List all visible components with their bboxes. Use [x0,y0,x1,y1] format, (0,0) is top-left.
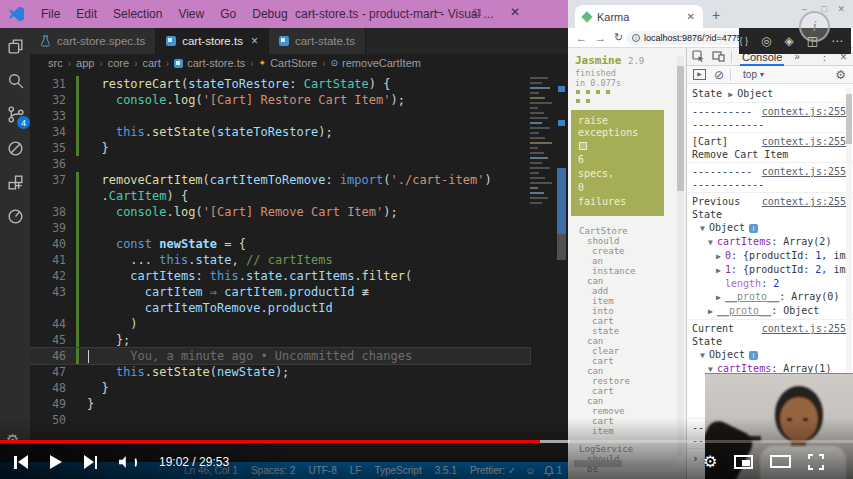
back-icon[interactable]: ← [576,32,587,44]
menu-item-edit[interactable]: Edit [68,7,105,21]
debug-icon[interactable] [4,138,26,159]
player-controls: 19:02 / 29:53 [14,450,229,474]
url-text[interactable]: localhost:9876/?id=47759585 [644,33,754,43]
search-icon[interactable] [4,70,26,91]
forward-icon[interactable]: → [595,32,606,44]
video-info-card-icon[interactable]: i [799,11,830,42]
menu-item-selection[interactable]: Selection [105,7,170,21]
notifications-bell-icon[interactable]: 1 [544,465,562,476]
tree-toggle-arrow[interactable]: ▼ [708,236,717,249]
inspect-icon[interactable] [692,50,705,63]
tree-toggle-arrow[interactable]: ▶ [716,264,725,277]
spec-dot [576,99,580,103]
status-item[interactable]: Spaces: 2 [251,465,295,476]
breadcrumb-item[interactable]: core [108,57,129,69]
source-control-badge: 4 [17,116,30,129]
code-line: 36 [30,156,530,172]
browser-close-button[interactable]: ✕ [837,4,845,14]
source-control-icon[interactable]: 4 [4,104,26,125]
spec-list-line: can [579,396,635,406]
menu-item-file[interactable]: File [33,7,68,21]
console-source-link[interactable]: context.js:255 [762,195,846,208]
breadcrumb-item[interactable]: CartStore [270,57,317,69]
status-item[interactable]: Prettier: ✓ [470,465,516,476]
previous-video-icon[interactable] [14,455,28,469]
minimap[interactable] [528,74,554,430]
breadcrumb-separator: › [99,58,102,69]
menu-item-view[interactable]: View [170,7,212,21]
console-source-link[interactable]: context.js:255 [762,105,846,118]
brackets-icon[interactable]: { } [739,36,748,46]
tree-toggle-arrow[interactable]: ▼ [700,222,709,235]
code-line: 39 [30,220,530,236]
karma-page: Jasmine 2.9 finished in 0.077s raiseexce… [568,48,686,479]
explorer-icon[interactable] [4,36,26,57]
reload-icon[interactable]: ↻ [614,31,623,44]
play-icon[interactable] [50,455,62,469]
context-selector[interactable]: top [743,69,757,80]
breadcrumb-item[interactable]: removeCartItem [342,57,421,69]
screenshot-root: FileEditSelectionViewGoDebug ⋯ cart-stor… [0,0,853,479]
feedback-smiley-icon[interactable]: ☺ [525,465,535,476]
console-settings-icon[interactable]: ⚙ [835,68,846,82]
more-actions-icon[interactable]: ⋯ [831,34,843,48]
tree-toggle-arrow[interactable]: ▶ [716,291,725,304]
status-item[interactable]: LF [350,465,362,476]
spec-list-line: cart [579,356,635,366]
karma-framework-label: Jasmine 2.9 [575,54,644,67]
tab-cart-store-spec[interactable]: cart-store.spec.ts [30,28,156,54]
volume-icon[interactable] [119,456,137,469]
device-toolbar-icon[interactable] [712,51,725,62]
console-row: State ▶Object [687,85,853,103]
tab-close-icon[interactable]: × [251,34,258,48]
status-item[interactable]: UTF-8 [308,465,336,476]
code-editor[interactable]: 31 restoreCart(stateToRestore: CartState… [30,76,530,428]
browser-tab-karma[interactable]: Karma ✕ [575,5,703,28]
tree-toggle-arrow[interactable]: ▼ [700,349,709,362]
tree-toggle-arrow[interactable]: ▶ [716,250,725,263]
code-line: 33 [30,108,530,124]
console-source-link[interactable]: context.js:255 [762,165,846,178]
editor-actions: { } ◎ ◈ ◫ ⋯ [739,28,851,54]
breadcrumb-item[interactable]: cart [142,57,160,69]
raise-exceptions-checkbox[interactable] [579,142,587,150]
preview-eye-icon[interactable]: ◎ [761,34,771,48]
karma-result-banner: raiseexceptions 6specs,0failures [571,110,664,216]
extensions-icon[interactable] [4,172,26,193]
line-number: 44 [30,316,76,332]
spec-stats: 0 [578,182,657,194]
console-source-link[interactable]: context.js:255 [762,135,846,148]
karma-horizontal-scrollbar[interactable] [570,460,674,467]
karma-scrollbar[interactable] [677,56,684,456]
minimize-button[interactable]: – [428,5,450,19]
status-item[interactable]: 3.5.1 [435,465,457,476]
tab-close-icon[interactable]: ✕ [687,11,695,22]
line-number: 46 [30,348,76,364]
breadcrumb-item[interactable]: cart-store.ts [187,57,245,69]
player-settings-icon[interactable]: ⚙ [703,452,717,471]
fullscreen-icon[interactable] [808,454,824,470]
menu-item-debug[interactable]: Debug [244,7,295,21]
next-video-icon[interactable] [84,455,98,469]
run-diamond-icon[interactable]: ◈ [784,34,793,48]
tab-cart-store[interactable]: cart-store.ts × [156,28,269,54]
site-info-icon[interactable]: i [632,34,640,42]
status-item[interactable]: TypeScript [374,465,421,476]
breadcrumb-item[interactable]: src [48,57,63,69]
console-source-link[interactable]: context.js:255 [762,322,846,335]
tree-toggle-arrow[interactable]: ▶ [708,305,717,318]
spec-list-line: can [579,366,635,376]
clear-console-icon[interactable]: ⊘ [714,68,724,82]
new-tab-button[interactable]: + [712,7,720,23]
breadcrumb-item[interactable]: app [76,57,94,69]
menu-item-go[interactable]: Go [212,7,244,21]
console-sidebar-icon[interactable]: ▶ [693,69,706,80]
close-button[interactable]: ✕ [504,5,526,19]
tab-cart-state[interactable]: cart-state.ts [269,28,366,54]
theater-mode-icon[interactable] [770,455,791,468]
editor-scrollbar[interactable] [556,72,567,436]
maximize-button[interactable]: □ [466,5,488,19]
method-symbol-icon: ⊙ [331,58,339,68]
miniplayer-icon[interactable] [734,455,753,469]
gauge-extension-icon[interactable] [4,206,26,227]
